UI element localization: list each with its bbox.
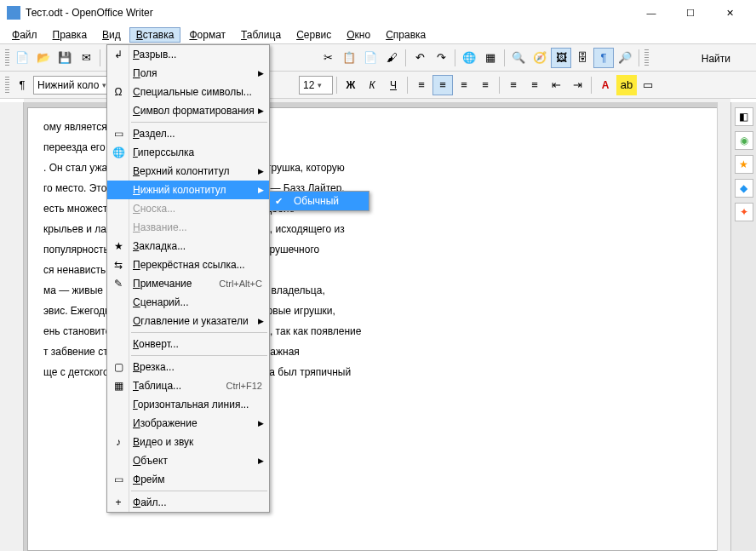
- copy-button[interactable]: 📋: [339, 48, 359, 68]
- datasource-button[interactable]: 🗄: [572, 48, 593, 68]
- new-button[interactable]: 📄: [12, 48, 32, 68]
- sidebar-nav-icon[interactable]: ★: [735, 155, 753, 174]
- gallery-button[interactable]: 🖼: [551, 48, 571, 68]
- hyperlink-button[interactable]: 🌐: [459, 48, 479, 68]
- menu-item[interactable]: ♪Видео и звук: [107, 433, 269, 451]
- zoom-button[interactable]: 🔎: [615, 48, 635, 68]
- toolbar-grip[interactable]: [5, 49, 9, 66]
- menu-справка[interactable]: Справка: [379, 27, 432, 43]
- menu-вставка[interactable]: Вставка: [129, 27, 181, 43]
- format-paint-button[interactable]: 🖌: [381, 48, 402, 68]
- underline-button[interactable]: Ч: [383, 75, 404, 95]
- bg-color-button[interactable]: ▭: [638, 75, 658, 95]
- submenu-arrow-icon: ▶: [258, 106, 264, 115]
- menu-вид[interactable]: Вид: [95, 27, 128, 43]
- submenu-arrow-icon: ▶: [258, 167, 264, 175]
- align-left-button[interactable]: ≡: [411, 75, 432, 95]
- menu-item[interactable]: Изображение▶: [107, 414, 269, 433]
- find-button[interactable]: 🔍: [508, 48, 529, 68]
- footer-default-item[interactable]: ✔ Обычный: [270, 192, 369, 210]
- menu-item-label: Название...: [133, 221, 187, 233]
- paragraph-style-value: Нижний коло: [37, 79, 99, 91]
- align-justify-button[interactable]: ≡: [475, 75, 495, 95]
- menu-shortcut: Ctrl+Alt+C: [219, 278, 262, 289]
- menu-item[interactable]: ▢Врезка...: [107, 358, 269, 376]
- redo-button[interactable]: ↷: [431, 48, 451, 68]
- highlight-button[interactable]: ab: [616, 75, 637, 95]
- menu-item[interactable]: ★Закладка...: [107, 237, 269, 255]
- menu-item[interactable]: 🌐Гиперссылка: [107, 143, 269, 162]
- align-center-button[interactable]: ≡: [432, 75, 453, 95]
- email-button[interactable]: ✉: [76, 48, 96, 68]
- menu-окно[interactable]: Окно: [340, 27, 377, 43]
- sidebar-gallery-icon[interactable]: ◉: [735, 131, 753, 150]
- menu-item[interactable]: ⇆Перекрёстная ссылка...: [107, 255, 269, 274]
- menu-item[interactable]: ΩСпециальные символы...: [107, 83, 269, 101]
- toolbar-grip[interactable]: [5, 77, 9, 94]
- menu-таблица[interactable]: Таблица: [234, 27, 288, 43]
- submenu-arrow-icon: ▶: [258, 69, 264, 77]
- maximize-button[interactable]: ☐: [671, 0, 710, 26]
- menu-файл[interactable]: Файл: [5, 27, 44, 43]
- bullet-list-button[interactable]: ≡: [524, 75, 545, 95]
- menu-сервис[interactable]: Сервис: [289, 27, 338, 43]
- menu-item[interactable]: Нижний колонтитул▶: [107, 181, 269, 199]
- menu-item-icon: ★: [112, 239, 125, 253]
- menu-item[interactable]: +Файл...: [107, 493, 269, 512]
- styles-button[interactable]: ¶: [12, 75, 32, 95]
- table-button[interactable]: ▦: [480, 48, 501, 68]
- insert-menu-dropdown: ↲Разрыв...Поля▶ΩСпециальные символы...Си…: [106, 44, 270, 513]
- submenu-arrow-icon: ▶: [258, 456, 264, 465]
- bold-button[interactable]: Ж: [341, 75, 361, 95]
- menu-формат[interactable]: Формат: [182, 27, 232, 43]
- numbered-list-button[interactable]: ≡: [503, 75, 524, 95]
- sidebar-styles-icon[interactable]: ◆: [735, 179, 753, 198]
- check-icon: ✔: [275, 196, 283, 207]
- sidebar-handle[interactable]: ◧: [735, 107, 753, 126]
- italic-button[interactable]: К: [362, 75, 382, 95]
- menu-item[interactable]: Символ форматирования▶: [107, 101, 269, 120]
- toolbar-grip[interactable]: [644, 49, 649, 66]
- menu-item[interactable]: Конверт...: [107, 335, 269, 353]
- navigator-button[interactable]: 🧭: [530, 48, 550, 68]
- nonprint-button[interactable]: ¶: [593, 48, 614, 68]
- minimize-button[interactable]: —: [632, 0, 671, 26]
- menu-item-icon: ▭: [112, 127, 125, 141]
- menu-item[interactable]: Поля▶: [107, 64, 269, 83]
- menu-правка[interactable]: Правка: [46, 27, 94, 43]
- menu-item[interactable]: Горизонтальная линия...: [107, 395, 269, 414]
- paste-button[interactable]: 📄: [360, 48, 381, 68]
- menu-item-label: Разрыв...: [133, 49, 176, 60]
- undo-button[interactable]: ↶: [410, 48, 430, 68]
- menu-item-label: Файл...: [133, 496, 167, 508]
- open-button[interactable]: 📂: [33, 48, 54, 68]
- menu-item-icon: ▦: [112, 379, 125, 393]
- menu-shortcut: Ctrl+F12: [226, 381, 263, 391]
- submenu-arrow-icon: ▶: [258, 419, 264, 428]
- font-size-value: 12: [303, 79, 314, 91]
- menu-item[interactable]: Объект▶: [107, 451, 269, 470]
- close-button[interactable]: ✕: [710, 0, 749, 26]
- menu-item[interactable]: ▭Раздел...: [107, 124, 269, 143]
- menu-item-label: Поля: [133, 67, 158, 79]
- sidebar-func-icon[interactable]: ✦: [735, 203, 753, 221]
- cut-button[interactable]: ✂: [318, 48, 338, 68]
- vertical-scrollbar[interactable]: [717, 102, 730, 551]
- menu-item[interactable]: ▭Фрейм: [107, 470, 269, 489]
- menu-item[interactable]: ↲Разрыв...: [107, 45, 269, 64]
- menu-item[interactable]: ▦Таблица...Ctrl+F12: [107, 376, 269, 395]
- menu-item-label: Гиперссылка: [133, 146, 194, 158]
- vertical-ruler[interactable]: [0, 102, 24, 551]
- outdent-button[interactable]: ⇤: [546, 75, 566, 95]
- indent-button[interactable]: ⇥: [567, 75, 587, 95]
- align-right-button[interactable]: ≡: [454, 75, 474, 95]
- menu-item[interactable]: ✎ПримечаниеCtrl+Alt+C: [107, 274, 269, 293]
- font-size-combo[interactable]: 12▾: [299, 76, 333, 95]
- font-color-button[interactable]: A: [595, 75, 616, 95]
- menu-item[interactable]: Оглавление и указатели▶: [107, 312, 269, 330]
- menu-separator: [131, 491, 267, 491]
- find-label[interactable]: Найти: [696, 51, 736, 66]
- menu-item[interactable]: Сценарий...: [107, 293, 269, 312]
- menu-item[interactable]: Верхний колонтитул▶: [107, 162, 269, 181]
- save-button[interactable]: 💾: [54, 48, 75, 68]
